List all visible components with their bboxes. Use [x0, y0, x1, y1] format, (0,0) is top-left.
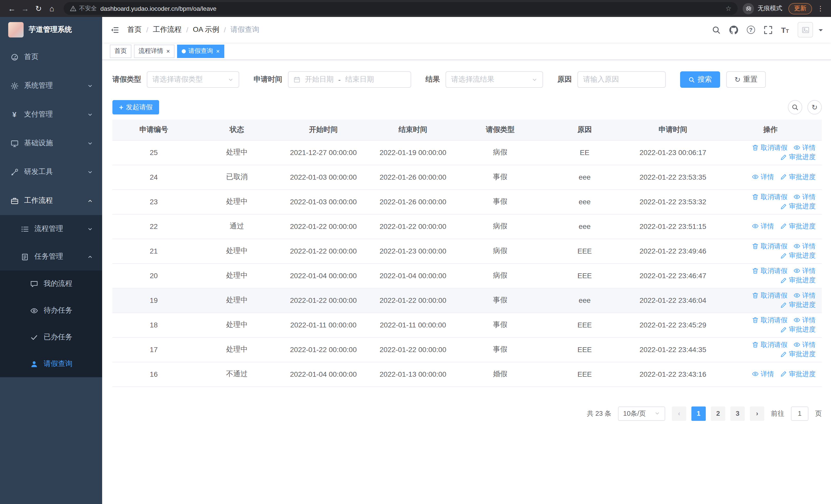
edit-icon [780, 174, 787, 180]
cancel-leave-link[interactable]: 取消请假 [752, 241, 787, 251]
detail-link[interactable]: 详情 [752, 222, 774, 231]
search-button[interactable]: 搜索 [680, 71, 720, 88]
detail-link[interactable]: 详情 [794, 192, 815, 202]
approval-progress-link[interactable]: 审批进度 [780, 251, 815, 260]
cancel-leave-link[interactable]: 取消请假 [752, 340, 787, 349]
sidebar-item-payment[interactable]: ¥ 支付管理 [0, 100, 102, 129]
sidebar-item-dev-tools[interactable]: 研发工具 [0, 157, 102, 186]
create-leave-button[interactable]: + 发起请假 [112, 100, 159, 114]
back-icon[interactable]: ← [5, 2, 19, 15]
help-icon[interactable]: ? [747, 26, 755, 34]
column-header-applied: 申请时间 [627, 120, 719, 140]
sidebar-item-todo-tasks[interactable]: 待办任务 [0, 297, 102, 324]
menu-dots-icon[interactable]: ⋮ [815, 5, 826, 12]
sidebar-toggle-icon[interactable] [110, 25, 119, 34]
detail-link[interactable]: 详情 [752, 173, 774, 182]
cancel-leave-link[interactable]: 取消请假 [752, 192, 787, 202]
cell-start: 2022-01-03 00:00:00 [279, 189, 368, 214]
tab-home[interactable]: 首页 [110, 45, 132, 58]
avatar[interactable] [798, 22, 813, 37]
chevron-down-icon [87, 112, 93, 117]
approval-progress-link[interactable]: 审批进度 [780, 300, 815, 309]
apply-time-range-picker[interactable]: 开始日期 - 结束日期 [288, 71, 411, 88]
toggle-search-button[interactable] [788, 100, 802, 114]
home-icon[interactable]: ⌂ [45, 2, 58, 15]
approval-progress-link[interactable]: 审批进度 [780, 350, 815, 359]
caret-down-icon[interactable] [819, 29, 823, 33]
cell-operations: 取消请假详情审批进度 [719, 239, 822, 263]
breadcrumb-workflow[interactable]: 工作流程 [153, 25, 182, 34]
detail-link[interactable]: 详情 [794, 340, 815, 349]
cancel-leave-link[interactable]: 取消请假 [752, 266, 787, 275]
forward-icon[interactable]: → [19, 2, 32, 15]
cell-reason: eee [543, 189, 627, 214]
url-bar[interactable]: 不安全 dashboard.yudao.iocoder.cn/bpm/oa/le… [64, 2, 738, 15]
cancel-leave-link[interactable]: 取消请假 [752, 143, 787, 152]
cell-applied: 2022-01-22 23:46:47 [627, 263, 719, 288]
sidebar-item-task-management[interactable]: 任务管理 [0, 243, 102, 270]
sidebar-item-leave-query[interactable]: 请假查询 [0, 351, 102, 377]
sidebar-item-infrastructure[interactable]: 基础设施 [0, 129, 102, 157]
logo-avatar [8, 22, 24, 37]
approval-progress-link[interactable]: 审批进度 [780, 222, 815, 231]
table-row: 21处理中2022-01-22 00:00:002022-01-23 00:00… [112, 239, 822, 263]
reason-input[interactable]: 请输入原因 [577, 71, 666, 88]
filter-form: 请假类型 请选择请假类型 申请时间 开始日期 - 结束日期 [112, 71, 822, 88]
sidebar-item-system[interactable]: 系统管理 [0, 71, 102, 100]
tab-process-detail[interactable]: 流程详情 × [134, 45, 174, 58]
result-select[interactable]: 请选择流结果 [446, 71, 543, 88]
detail-link[interactable]: 详情 [794, 291, 815, 300]
cancel-leave-link[interactable]: 取消请假 [752, 291, 787, 300]
approval-progress-link[interactable]: 审批进度 [780, 325, 815, 334]
breadcrumb-oa-example[interactable]: OA 示例 [193, 25, 220, 34]
page-button-2[interactable]: 2 [711, 406, 725, 421]
approval-progress-link[interactable]: 审批进度 [780, 369, 815, 379]
approval-progress-link[interactable]: 审批进度 [780, 202, 815, 211]
approval-progress-link[interactable]: 审批进度 [780, 173, 815, 182]
font-size-icon[interactable]: TT [781, 26, 789, 34]
detail-link[interactable]: 详情 [794, 241, 815, 251]
detail-link[interactable]: 详情 [794, 143, 815, 152]
app-logo[interactable]: 芋道管理系统 [0, 17, 102, 42]
detail-link[interactable]: 详情 [752, 369, 774, 379]
goto-page-input[interactable] [791, 406, 808, 421]
approval-progress-link[interactable]: 审批进度 [780, 152, 815, 162]
cancel-leave-link[interactable]: 取消请假 [752, 316, 787, 325]
refresh-icon[interactable]: ↻ [32, 2, 45, 15]
approval-progress-link[interactable]: 审批进度 [780, 276, 815, 285]
app-title: 芋道管理系统 [29, 25, 72, 34]
fullscreen-icon[interactable] [764, 25, 772, 34]
page-button-1[interactable]: 1 [691, 406, 706, 421]
sidebar-item-home[interactable]: 首页 [0, 42, 102, 71]
sidebar-item-done-tasks[interactable]: 已办任务 [0, 324, 102, 351]
chevron-down-icon [228, 77, 233, 82]
breadcrumb-home[interactable]: 首页 [127, 25, 142, 34]
pagination: 共 23 条 10条/页 ‹ 1 2 3 › 前往 页 [112, 406, 822, 436]
github-icon[interactable] [729, 25, 738, 34]
prev-page-button[interactable]: ‹ [672, 406, 686, 421]
search-icon[interactable] [712, 25, 720, 34]
reset-button[interactable]: ↻ 重置 [726, 71, 766, 88]
page-size-select[interactable]: 10条/页 [618, 406, 665, 421]
cell-applied: 2022-01-22 23:49:46 [627, 239, 719, 263]
eye-icon [794, 194, 800, 200]
detail-link[interactable]: 详情 [794, 266, 815, 275]
edit-icon [780, 154, 787, 160]
detail-link[interactable]: 详情 [794, 316, 815, 325]
chevron-down-icon [532, 77, 537, 82]
cell-status: 处理中 [195, 189, 279, 214]
tab-leave-query[interactable]: 请假查询 × [177, 45, 224, 58]
leave-type-select[interactable]: 请选择请假类型 [147, 71, 239, 88]
update-button[interactable]: 更新 [789, 3, 812, 14]
refresh-table-button[interactable]: ↻ [807, 100, 822, 114]
cell-operations: 详情审批进度 [719, 165, 822, 189]
star-icon[interactable]: ☆ [725, 5, 732, 12]
page-button-3[interactable]: 3 [730, 406, 745, 421]
gear-icon [10, 82, 19, 90]
next-page-button[interactable]: › [750, 406, 764, 421]
sidebar-item-process-management[interactable]: 流程管理 [0, 215, 102, 243]
close-icon[interactable]: × [216, 48, 220, 54]
close-icon[interactable]: × [166, 48, 170, 54]
sidebar-item-my-processes[interactable]: 我的流程 [0, 270, 102, 297]
sidebar-item-workflow[interactable]: 工作流程 [0, 186, 102, 215]
